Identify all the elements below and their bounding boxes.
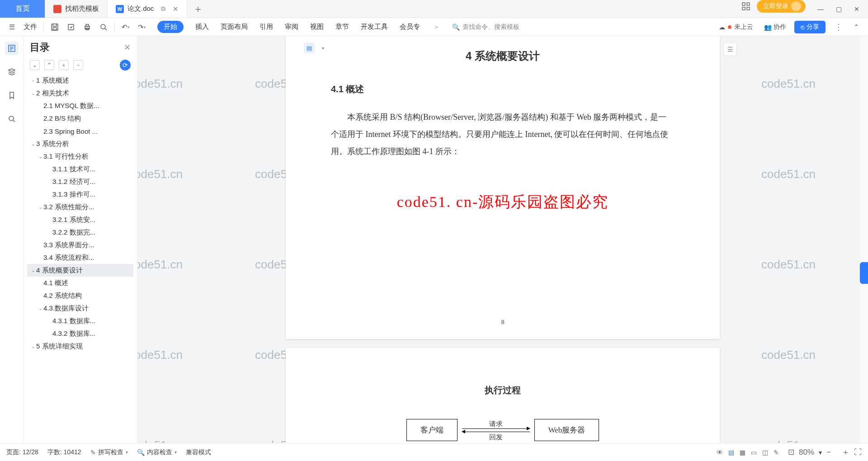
close-tab-icon[interactable]: ✕ [173,5,179,13]
login-button[interactable]: 立即登录 [757,0,806,13]
cloud-status[interactable]: ☁ 未上云 [719,23,753,31]
outline-node-label: 3.2.1 系统安... [52,216,95,224]
status-content-check[interactable]: 🔍 内容检查 ▾ [137,448,177,456]
outline-node[interactable]: 2.2 B/S 结构 [27,112,133,125]
share-button[interactable]: ⎋ 分享 [794,21,826,33]
redo-icon[interactable]: ↷▾ [135,20,149,34]
zoom-in-button[interactable]: ＋ [842,447,849,457]
outline-node-label: 3.1.2 经济可... [52,178,95,186]
outline-node[interactable]: 3.3 系统界面分... [27,239,133,251]
chevron-down-icon: ▾ [819,449,822,456]
chevron-down-icon: ▾ [175,450,177,455]
ribbon-tab-dev[interactable]: 开发工具 [361,23,388,31]
tools-icon[interactable]: ✎ [774,449,779,456]
outline-node[interactable]: ⌄5 系统详细实现 [27,340,133,353]
side-handle[interactable] [860,262,868,284]
status-page[interactable]: 页面: 12/28 [6,448,38,456]
document-viewport[interactable]: code51.cncode51.cncode51.cncode51.cncode… [137,36,868,443]
outline-node[interactable]: 4.2 系统结构 [27,289,133,302]
outline-node[interactable]: ⌄2 相关技术 [27,87,133,99]
command-search[interactable]: 🔍 查找命令、搜索模板 [452,23,519,31]
ribbon-tab-insert[interactable]: 插入 [195,23,209,31]
outline-node[interactable]: ⌄3 系统分析 [27,137,133,150]
page-tool-dd-icon[interactable]: ▾ [317,42,328,53]
undo-icon[interactable]: ↶▾ [118,20,133,34]
outline-rail-icon[interactable] [5,42,19,55]
file-menu[interactable]: 文件 [21,20,40,34]
outline-node[interactable]: 4.1 概述 [27,277,133,289]
outline-tree[interactable]: ›1 系统概述⌄2 相关技术2.1 MYSQL 数据...2.2 B/S 结构2… [27,74,133,443]
ribbon-tab-member[interactable]: 会员专 [400,23,420,31]
remove-node-icon[interactable]: − [73,60,83,70]
cloud-label: 未上云 [734,23,753,31]
minimize-button[interactable]: — [812,0,829,18]
collapse-all-icon[interactable]: ⌄ [30,60,40,70]
hamburger-icon[interactable]: ☰ [5,20,19,34]
eye-icon[interactable]: 👁 [717,449,723,456]
outline-node[interactable]: ›1 系统概述 [27,74,133,87]
close-outline-icon[interactable]: ✕ [124,42,131,52]
outline-node[interactable]: 4.3.1 数据库... [27,315,133,327]
outline-node[interactable]: 3.4 系统流程和... [27,251,133,264]
outline-node[interactable]: 3.1.1 技术可... [27,163,133,175]
search-rail-icon[interactable] [5,112,19,126]
ribbon-tab-section[interactable]: 章节 [335,23,349,31]
zoom-fit-icon[interactable]: ⊡ [788,447,794,457]
fullscreen-icon[interactable]: ⛶ [854,448,862,457]
more-menu-icon[interactable]: ⋮ [835,22,843,32]
svg-point-10 [101,24,105,29]
window-controls: — ▢ ✕ [812,0,868,18]
outline-node[interactable]: 3.1.2 经济可... [27,175,133,188]
expand-icon[interactable]: ⌃ [849,20,863,34]
outline-node[interactable]: ⌄4 系统概要设计 [27,264,133,277]
expand-all-icon[interactable]: ⌃ [44,60,54,70]
outline-node[interactable]: ⌄4.3.数据库设计 [27,302,133,315]
tab-template[interactable]: 找稻壳模板 [45,0,108,18]
outline-node-label: 4.1 概述 [43,279,68,287]
tab-home[interactable]: 首页 [0,0,45,18]
print-icon[interactable] [80,20,94,34]
ribbon-tab-view[interactable]: 视图 [310,23,324,31]
add-node-icon[interactable]: ＋ [59,60,69,70]
layers-rail-icon[interactable] [5,65,19,79]
status-compat[interactable]: 兼容模式 [186,448,211,456]
new-tab-button[interactable]: ＋ [187,0,209,18]
tab-document[interactable]: W 论文.doc ⧉ ✕ [108,0,187,18]
outline-node[interactable]: 3.2.1 系统安... [27,213,133,226]
outline-node[interactable]: 2.1 MYSQL 数据... [27,99,133,112]
zoom-level[interactable]: 80% [799,448,814,457]
outline-node[interactable]: ⌄3.2 系统性能分... [27,201,133,213]
ribbon-tab-start[interactable]: 开始 [157,21,184,33]
outline-node[interactable]: 3.2.2 数据完... [27,226,133,239]
right-scrollbar[interactable] [859,36,868,443]
web-view-icon[interactable]: ▦ [740,449,745,456]
collab-button[interactable]: 👥 协作 [764,23,786,31]
ribbon-more-icon[interactable]: ＞ [434,23,439,31]
bookmark-rail-icon[interactable] [5,89,19,102]
ribbon-tab-layout[interactable]: 页面布局 [221,23,248,31]
outline-node[interactable]: 4.3.2 数据库... [27,327,133,340]
outline-node[interactable]: 2.3 Spring Boot ... [27,125,133,137]
zoom-out-button[interactable]: − [826,448,831,457]
export-icon[interactable] [64,20,78,34]
content-check-icon: 🔍 [137,449,145,456]
maximize-button[interactable]: ▢ [830,0,847,18]
outline-view-icon[interactable]: ◫ [762,449,768,456]
outline-node[interactable]: 3.1.3 操作可... [27,188,133,201]
ribbon-tab-reference[interactable]: 引用 [259,23,273,31]
page-view-icon[interactable]: ▤ [728,449,734,456]
outline-node[interactable]: ⌄3.1 可行性分析 [27,150,133,163]
status-words[interactable]: 字数: 10412 [47,448,81,456]
close-window-button[interactable]: ✕ [848,0,865,18]
page-menu-icon[interactable]: ☰ [723,42,737,56]
save-icon[interactable] [47,20,62,34]
ribbon-tab-review[interactable]: 审阅 [285,23,298,31]
read-view-icon[interactable]: ▭ [751,449,757,456]
preview-icon[interactable] [96,20,111,34]
refresh-outline-icon[interactable]: ⟳ [120,60,131,71]
arrow-label-reply: 回发 [489,433,503,440]
apps-icon[interactable] [740,0,752,13]
status-spellcheck[interactable]: ✎ 拼写检查 ▾ [90,448,128,456]
duplicate-icon[interactable]: ⧉ [161,5,165,13]
page-tool-icon[interactable]: ▤ [304,42,315,53]
